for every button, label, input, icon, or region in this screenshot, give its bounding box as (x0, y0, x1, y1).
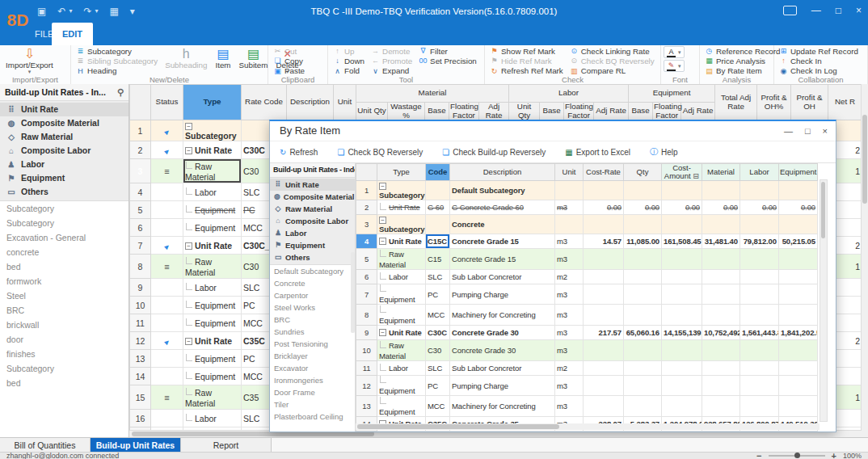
row-number-cell[interactable]: 3 (130, 159, 151, 183)
value-cell[interactable] (740, 269, 779, 284)
value-cell[interactable]: 217.57 (584, 325, 624, 339)
value-cell[interactable] (702, 339, 740, 360)
type-cell[interactable]: Labor (183, 410, 242, 427)
tree-expander-icon[interactable]: − (379, 217, 386, 224)
status-cell[interactable]: ► (151, 332, 183, 350)
type-cell[interactable]: Raw Material (377, 248, 426, 269)
row-number-cell[interactable]: 13 (130, 350, 151, 368)
value-cell[interactable] (779, 431, 818, 432)
unit-cell[interactable]: m3 (555, 375, 584, 395)
row-number-cell[interactable]: 9 (356, 325, 377, 339)
unit-cell[interactable] (555, 214, 584, 234)
value-cell[interactable] (779, 214, 818, 234)
unit-cell[interactable]: m2 (555, 269, 584, 284)
value-cell[interactable] (740, 360, 779, 375)
row-number-cell[interactable]: 13 (356, 396, 377, 416)
column-header-labor-floating-factor[interactable]: Floating Factor (564, 103, 594, 120)
row-number-cell[interactable]: 2 (356, 200, 377, 214)
row-number-cell[interactable]: 1 (356, 181, 377, 200)
tab-edit[interactable]: EDIT (52, 23, 93, 45)
price-analysis-button[interactable]: ▦Price Analysis (702, 56, 783, 65)
value-cell[interactable]: 10,752,492.99 (702, 325, 740, 339)
code-cell[interactable]: C30 (426, 339, 450, 360)
value-cell[interactable] (624, 181, 662, 200)
value-cell[interactable] (740, 375, 779, 395)
row-number-cell[interactable]: 10 (356, 339, 377, 360)
column-header-material-unit-qty[interactable]: Unit Qty (356, 103, 388, 120)
check-in-button[interactable]: ↑Check In (777, 56, 861, 65)
sidebar-list-item[interactable]: brickwall (0, 318, 129, 332)
value-cell[interactable]: 14.57 (584, 234, 624, 248)
row-number-cell[interactable]: 8 (130, 255, 151, 279)
description-cell[interactable]: Concrete Grade 15 (450, 234, 555, 248)
status-cell[interactable] (151, 201, 183, 219)
value-cell[interactable] (740, 431, 779, 432)
value-cell[interactable] (702, 214, 740, 234)
row-number-cell[interactable]: 14 (130, 368, 151, 385)
row-number-cell[interactable]: 12 (356, 375, 377, 395)
tree-expander-icon[interactable]: − (185, 338, 192, 345)
unit-cell[interactable]: m3 (555, 284, 584, 304)
value-cell[interactable] (779, 375, 818, 395)
dialog-minimize-icon[interactable]: — (784, 121, 793, 141)
type-cell[interactable]: Equipment (183, 297, 242, 314)
sidebar-list-item[interactable]: Subcategory (0, 216, 129, 230)
status-cell[interactable] (151, 410, 183, 427)
row-number-cell[interactable]: 15 (356, 431, 377, 432)
copy-button[interactable]: ❏Copy (271, 56, 307, 65)
check-build-up-reversely-button[interactable]: ❏Check Build-up Reversely (442, 148, 546, 157)
value-cell[interactable] (624, 284, 662, 304)
type-cell[interactable]: Equipment (183, 219, 242, 237)
code-cell[interactable]: SLC (426, 360, 450, 375)
value-cell[interactable] (779, 360, 818, 375)
description-cell[interactable]: Concrete Grade 15 (450, 248, 555, 269)
value-cell[interactable] (740, 214, 779, 234)
sidebar-list-item[interactable]: Excavation - General (0, 230, 129, 245)
update-ref-record-button[interactable]: ⊞Update Ref Record (777, 46, 861, 56)
value-cell[interactable] (662, 214, 702, 234)
sidebar-item-labor[interactable]: ♟Labor (0, 158, 129, 171)
dialog-grid-row[interactable]: 3−SubcategoryConcrete (356, 214, 818, 234)
description-cell[interactable]: Default Subcategory (450, 181, 555, 200)
value-cell[interactable] (662, 375, 702, 395)
row-number-cell[interactable]: 7 (130, 237, 151, 255)
value-cell[interactable] (779, 305, 818, 325)
value-cell[interactable] (624, 360, 662, 375)
code-cell[interactable]: PC (426, 284, 450, 304)
unit-cell[interactable]: m3 (555, 396, 584, 416)
type-cell[interactable]: Raw Material (183, 159, 242, 183)
dialog-nav-scrollbar[interactable] (351, 252, 355, 333)
row-number-cell[interactable]: 5 (130, 201, 151, 219)
row-number-cell[interactable]: 15 (130, 385, 151, 410)
dialog-grid-row[interactable]: 11LaborSLCSub Labor Concretorm2 (356, 360, 818, 375)
unit-cell[interactable] (555, 181, 584, 200)
column-group-equipment[interactable]: Equipment (629, 85, 715, 103)
sidebar-item-equipment[interactable]: ⚑Equipment (0, 171, 129, 185)
value-cell[interactable] (740, 305, 779, 325)
dialog-nav-list-item[interactable]: Plasterboard Ceiling (270, 411, 355, 423)
dialog-nav-list-item[interactable]: BRC (270, 314, 355, 326)
dialog-grid-row[interactable]: 9−Unit RateC30CConcrete Grade 30m3217.57… (356, 325, 818, 339)
row-number-cell[interactable]: 10 (130, 297, 151, 314)
show-ref-mark-button[interactable]: ⚑Show Ref Mark (487, 46, 566, 56)
value-cell[interactable] (702, 284, 740, 304)
code-cell[interactable]: PC (426, 375, 450, 395)
row-number-cell[interactable]: 7 (356, 284, 377, 304)
dialog-column-header-cost-amount[interactable]: Cost-Amount ⊟ (662, 164, 702, 181)
sidebar-item-raw-material[interactable]: ◇Raw Material (270, 203, 355, 215)
type-cell[interactable]: −Unit Rate (183, 332, 242, 350)
status-cell[interactable] (151, 368, 183, 385)
value-cell[interactable] (624, 248, 662, 269)
dialog-maximize-icon[interactable]: □ (805, 121, 811, 141)
dialog-column-header-cost-rate[interactable]: Cost-Rate (584, 164, 624, 181)
column-header-equipment-adj-rate[interactable]: Adj Rate (681, 103, 715, 120)
help-button[interactable]: ⓘHelp (650, 146, 678, 158)
status-cell[interactable] (151, 183, 183, 201)
type-cell[interactable]: Equipment (183, 368, 242, 385)
type-cell[interactable]: −Subcategory (377, 181, 426, 200)
subitem-button[interactable]: ▤Subitem (236, 46, 272, 76)
value-cell[interactable] (584, 284, 624, 304)
value-cell[interactable] (779, 396, 818, 416)
set-precision-button[interactable]: 00Set Precision (416, 56, 479, 65)
value-cell[interactable]: 0.00 (702, 200, 740, 214)
